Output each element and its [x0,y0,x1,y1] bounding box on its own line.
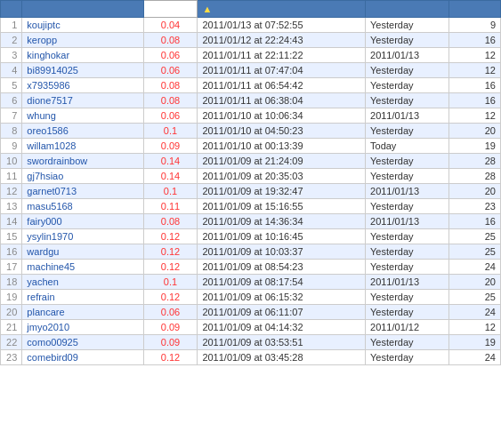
rate-val: 0.12 [143,244,198,260]
rate-val: 0.08 [143,93,198,108]
lastclick-val: Yesterday [366,260,449,275]
referral-name[interactable]: willam1028 [22,139,143,154]
since-val: 2011/01/11 at 07:47:04 [198,63,366,78]
lastclick-val: Yesterday [366,199,449,214]
since-val: 2011/01/09 at 21:24:09 [198,154,366,169]
lastclick-val: Yesterday [366,18,449,33]
referral-name[interactable]: fairy000 [22,214,143,229]
clicks-val: 20 [449,124,501,139]
row-num: 18 [1,275,22,290]
sort-arrow-icon: ▲ [202,4,212,14]
rate-val: 0.09 [143,139,198,154]
col-header-since[interactable]: ▲ [198,1,366,18]
referral-name[interactable]: garnet0713 [22,184,143,199]
lastclick-val: Yesterday [366,169,449,184]
rate-val: 0.08 [143,214,198,229]
clicks-val: 24 [449,260,501,275]
referral-name[interactable]: wardgu [22,244,143,260]
since-val: 2011/01/09 at 19:32:47 [198,184,366,199]
row-num: 3 [1,48,22,63]
referral-name[interactable]: gj7hsiao [22,169,143,184]
referral-name[interactable]: comebird09 [22,350,143,365]
referral-name[interactable]: ysylin1970 [22,229,143,244]
referral-name[interactable]: refrain [22,290,143,305]
clicks-val: 16 [449,214,501,229]
referral-name[interactable]: plancare [22,305,143,320]
referral-name[interactable]: whung [22,108,143,124]
clicks-val: 16 [449,33,501,48]
col-header-referral[interactable] [22,1,143,18]
rate-val: 0.09 [143,320,198,335]
referral-name[interactable]: koujiptc [22,18,143,33]
since-val: 2011/01/10 at 10:06:34 [198,108,366,124]
referral-name[interactable]: swordrainbow [22,154,143,169]
row-num: 13 [1,199,22,214]
col-header-lastclick[interactable] [366,1,449,18]
referral-name[interactable]: bi89914025 [22,63,143,78]
clicks-val: 12 [449,320,501,335]
lastclick-val: Yesterday [366,154,449,169]
rate-val: 0.06 [143,305,198,320]
since-val: 2011/01/09 at 08:54:23 [198,260,366,275]
referral-name[interactable]: machine45 [22,260,143,275]
referral-name[interactable]: yachen [22,275,143,290]
clicks-val: 12 [449,48,501,63]
table-row: 18 yachen 0.1 2011/01/09 at 08:17:54 201… [1,275,501,290]
referral-name[interactable]: keropp [22,33,143,48]
referral-name[interactable]: x7935986 [22,78,143,93]
table-row: 7 whung 0.06 2011/01/10 at 10:06:34 2011… [1,108,501,124]
rate-val: 0.09 [143,335,198,350]
lastclick-val: Yesterday [366,335,449,350]
clicks-val: 23 [449,199,501,214]
row-num: 2 [1,33,22,48]
table-row: 1 koujiptc 0.04 2011/01/13 at 07:52:55 Y… [1,18,501,33]
referral-name[interactable]: masu5168 [22,199,143,214]
table-row: 17 machine45 0.12 2011/01/09 at 08:54:23… [1,260,501,275]
lastclick-val: Yesterday [366,244,449,260]
since-val: 2011/01/09 at 20:35:03 [198,169,366,184]
table-row: 10 swordrainbow 0.14 2011/01/09 at 21:24… [1,154,501,169]
clicks-val: 16 [449,78,501,93]
lastclick-val: 2011/01/13 [366,184,449,199]
since-val: 2011/01/09 at 06:11:07 [198,305,366,320]
row-num: 7 [1,108,22,124]
rate-val: 0.14 [143,154,198,169]
since-val: 2011/01/12 at 22:24:43 [198,33,366,48]
table-row: 5 x7935986 0.08 2011/01/11 at 06:54:42 Y… [1,78,501,93]
rate-val: 0.1 [143,124,198,139]
row-num: 17 [1,260,22,275]
row-num: 20 [1,305,22,320]
row-num: 5 [1,78,22,93]
lastclick-val: 2011/01/12 [366,320,449,335]
rate-val: 0.12 [143,350,198,365]
rate-val: 0.08 [143,33,198,48]
col-header-clicks[interactable] [449,1,501,18]
since-val: 2011/01/09 at 04:14:32 [198,320,366,335]
since-val: 2011/01/11 at 06:38:04 [198,93,366,108]
referral-name[interactable]: como00925 [22,335,143,350]
col-header-rate[interactable] [143,1,198,18]
clicks-val: 19 [449,139,501,154]
rate-val: 0.06 [143,48,198,63]
row-num: 6 [1,93,22,108]
since-val: 2011/01/10 at 00:13:39 [198,139,366,154]
table-row: 19 refrain 0.12 2011/01/09 at 06:15:32 Y… [1,290,501,305]
referral-name[interactable]: jmyo2010 [22,320,143,335]
lastclick-val: Yesterday [366,93,449,108]
since-val: 2011/01/09 at 15:16:55 [198,199,366,214]
clicks-val: 24 [449,305,501,320]
referral-name[interactable]: dione7517 [22,93,143,108]
since-val: 2011/01/09 at 06:15:32 [198,290,366,305]
rate-val: 0.06 [143,63,198,78]
rate-val: 0.12 [143,290,198,305]
clicks-val: 25 [449,290,501,305]
rate-val: 0.08 [143,78,198,93]
row-num: 23 [1,350,22,365]
rate-val: 0.12 [143,229,198,244]
row-num: 16 [1,244,22,260]
referral-name[interactable]: oreo1586 [22,124,143,139]
since-val: 2011/01/09 at 14:36:34 [198,214,366,229]
table-row: 14 fairy000 0.08 2011/01/09 at 14:36:34 … [1,214,501,229]
table-row: 16 wardgu 0.12 2011/01/09 at 10:03:37 Ye… [1,244,501,260]
referral-name[interactable]: kinghokar [22,48,143,63]
